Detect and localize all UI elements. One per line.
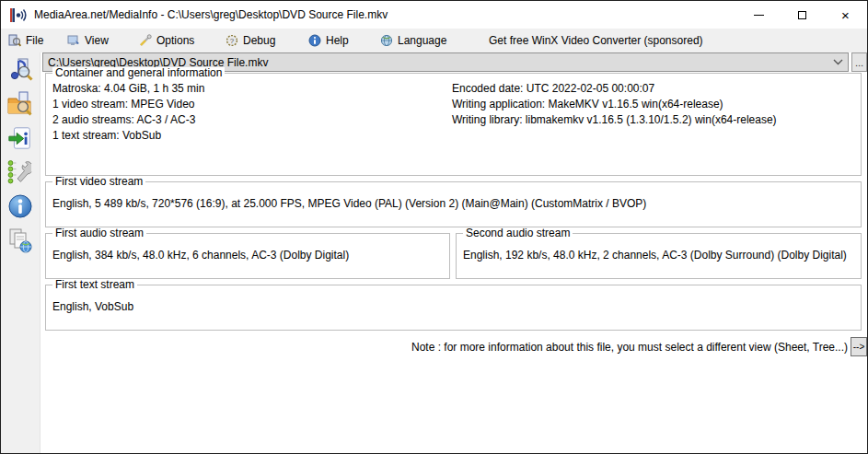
audio-stream-2-title: Second audio stream [463, 227, 573, 239]
general-video-line: 1 video stream: MPEG Video [52, 97, 204, 112]
sponsored-link[interactable]: Get free WinX Video Converter (sponsored… [489, 29, 703, 52]
help-menu-icon [308, 34, 321, 47]
mediainfo-window: MediaArea.net/MediaInfo - C:\Users\greg\… [0, 0, 868, 454]
general-info-groupbox: Container and general information Matros… [45, 73, 862, 176]
svg-text:?: ? [230, 37, 235, 45]
preferences-icon [6, 158, 34, 186]
export-info-button[interactable] [5, 123, 36, 152]
maximize-icon [798, 11, 806, 19]
menu-debug-label: Debug [243, 34, 275, 47]
general-text-line: 1 text stream: VobSub [52, 128, 204, 144]
about-button[interactable] [5, 192, 36, 220]
open-file-button[interactable] [5, 55, 36, 84]
minimize-icon [754, 15, 764, 16]
menu-file[interactable]: File [5, 29, 47, 52]
language-globe-icon [380, 34, 393, 47]
menu-options-label: Options [156, 34, 194, 47]
title-bar: MediaArea.net/MediaInfo - C:\Users\greg\… [1, 1, 867, 29]
chevron-down-icon[interactable] [827, 52, 848, 72]
menu-help[interactable]: Help [305, 29, 353, 52]
audio-stream-1-groupbox: First audio stream English, 384 kb/s, 48… [45, 233, 450, 279]
info-icon [6, 192, 34, 220]
menu-file-label: File [26, 34, 43, 47]
video-stream-info: English, 5 489 kb/s, 720*576 (16:9), at … [52, 196, 646, 212]
audio-stream-2-info: English, 192 kb/s, 48.0 kHz, 2 channels,… [463, 248, 847, 263]
internet-button[interactable] [5, 226, 36, 254]
writing-library-line: Writing library: libmakemkv v1.16.5 (1.3… [452, 112, 777, 128]
note-row: Note : for more information about this f… [45, 337, 867, 356]
documents-globe-icon [6, 227, 34, 254]
preferences-button[interactable] [5, 157, 36, 186]
open-folder-icon [6, 90, 34, 118]
open-file-icon [6, 56, 34, 84]
export-info-icon [7, 125, 33, 151]
general-right-column: Encoded date: UTC 2022-02-05 00:00:07 Wr… [452, 81, 777, 128]
view-menu-icon [67, 34, 80, 47]
general-left-column: Matroska: 4.04 GiB, 1 h 35 min 1 video s… [52, 81, 204, 144]
audio-stream-2-groupbox: Second audio stream English, 192 kb/s, 4… [456, 233, 862, 279]
menu-help-label: Help [326, 34, 349, 47]
general-info-title: Container and general information [52, 67, 225, 79]
maximize-button[interactable] [781, 1, 824, 29]
encoded-date-line: Encoded date: UTC 2022-02-05 00:00:07 [452, 81, 777, 97]
note-text: Note : for more information about this f… [411, 341, 848, 354]
menu-view[interactable]: View [64, 29, 112, 52]
sidebar-toolbar [1, 52, 41, 453]
text-stream-info: English, VobSub [52, 299, 133, 315]
menu-view-label: View [85, 34, 109, 47]
mediainfo-logo-icon [9, 7, 28, 23]
browse-button[interactable]: ... [851, 52, 867, 72]
audio-stream-1-title: First audio stream [52, 227, 146, 239]
menu-language-label: Language [398, 34, 446, 47]
next-view-button[interactable]: --> [851, 337, 867, 356]
general-audio-line: 2 audio streams: AC-3 / AC-3 [52, 112, 204, 128]
menu-debug[interactable]: ? Debug [222, 29, 279, 52]
debug-menu-icon: ? [226, 34, 238, 47]
video-stream-title: First video stream [52, 176, 145, 188]
options-menu-icon [139, 34, 152, 47]
audio-stream-1-info: English, 384 kb/s, 48.0 kHz, 6 channels,… [52, 248, 349, 263]
general-format-line: Matroska: 4.04 GiB, 1 h 35 min [52, 81, 204, 97]
close-icon: × [841, 8, 850, 22]
text-stream-title: First text stream [52, 279, 137, 291]
window-title: MediaArea.net/MediaInfo - C:\Users\greg\… [34, 8, 388, 21]
menu-language[interactable]: Language [376, 29, 450, 52]
close-button[interactable]: × [824, 1, 867, 29]
minimize-button[interactable] [737, 1, 781, 29]
text-stream-groupbox: First text stream English, VobSub [45, 285, 862, 331]
open-folder-button[interactable] [5, 89, 36, 118]
file-menu-icon [8, 34, 21, 47]
menu-bar: File View Options ? Debug [1, 29, 867, 52]
video-stream-groupbox: First video stream English, 5 489 kb/s, … [45, 181, 862, 227]
writing-application-line: Writing application: MakeMKV v1.16.5 win… [452, 97, 777, 112]
menu-options[interactable]: Options [135, 29, 198, 52]
